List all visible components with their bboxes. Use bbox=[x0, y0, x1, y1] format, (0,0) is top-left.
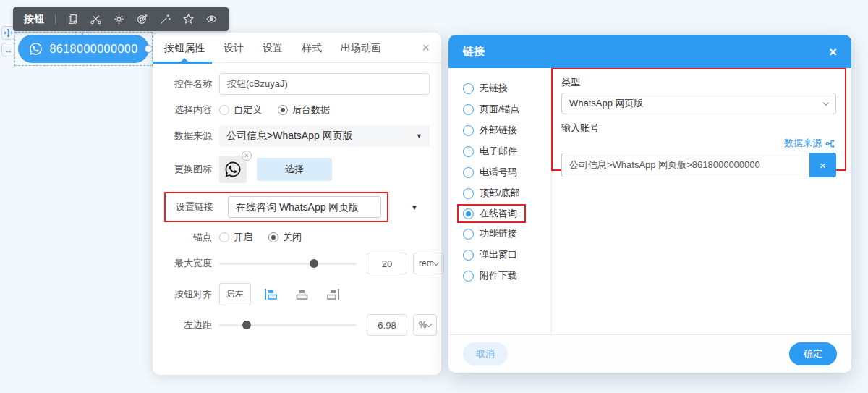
tab-design[interactable]: 设计 bbox=[224, 33, 244, 63]
set-link-label: 设置链接 bbox=[166, 200, 213, 214]
radio-circle-icon bbox=[463, 188, 474, 199]
dialog-close-icon[interactable]: × bbox=[829, 45, 837, 59]
account-input[interactable] bbox=[561, 153, 809, 177]
align-mode-button[interactable]: 居左 bbox=[219, 283, 251, 305]
max-width-slider[interactable] bbox=[219, 263, 357, 265]
whatsapp-button-label: 8618000000000 bbox=[49, 43, 137, 56]
caret-down-icon: ▼ bbox=[416, 132, 422, 140]
link-option-phone[interactable]: 电话号码 bbox=[463, 165, 551, 179]
data-source-link[interactable]: 数据来源 bbox=[561, 137, 836, 150]
control-name-label: 控件名称 bbox=[164, 77, 212, 90]
whatsapp-icon bbox=[224, 161, 242, 178]
max-width-unit-value: rem bbox=[419, 258, 434, 269]
radio-anchor-off[interactable]: 关闭 bbox=[268, 231, 302, 244]
star-icon[interactable] bbox=[182, 13, 195, 25]
left-margin-slider[interactable] bbox=[219, 324, 357, 326]
remove-icon-badge[interactable]: × bbox=[242, 151, 252, 161]
link-option-label: 功能链接 bbox=[480, 227, 517, 240]
whatsapp-icon bbox=[29, 42, 43, 56]
radio-circle-icon bbox=[463, 146, 474, 157]
radio-circle-icon bbox=[463, 83, 474, 94]
panel-tab-bar: 按钮属性 设计 设置 样式 出场动画 × bbox=[153, 33, 441, 63]
link-option-external[interactable]: 外部链接 bbox=[463, 123, 551, 138]
toolbar-title: 按钮 bbox=[24, 13, 44, 26]
link-option-attachment[interactable]: 附件下载 bbox=[463, 269, 551, 283]
tab-entrance-animation[interactable]: 出场动画 bbox=[341, 33, 381, 63]
link-option-function[interactable]: 功能链接 bbox=[463, 227, 551, 241]
account-input-group: × bbox=[561, 153, 836, 177]
max-width-slider-knob[interactable] bbox=[310, 259, 318, 268]
link-option-label: 电子邮件 bbox=[480, 145, 517, 158]
resize-dot-handle[interactable] bbox=[145, 45, 153, 53]
radio-circle-selected-icon bbox=[463, 208, 474, 219]
tab-button-properties[interactable]: 按钮属性 bbox=[164, 33, 205, 63]
current-icon-thumbnail[interactable]: × bbox=[219, 156, 247, 183]
tab-settings[interactable]: 设置 bbox=[263, 33, 283, 63]
link-option-label: 顶部/底部 bbox=[480, 187, 520, 200]
left-margin-row: 左边距 % bbox=[164, 314, 430, 336]
radio-custom-label: 自定义 bbox=[234, 103, 262, 117]
radio-backend-data[interactable]: 后台数据 bbox=[278, 103, 330, 117]
align-center-icon[interactable] bbox=[294, 288, 310, 300]
palette-icon[interactable] bbox=[136, 13, 148, 25]
tab-style[interactable]: 样式 bbox=[302, 33, 322, 63]
link-option-email[interactable]: 电子邮件 bbox=[463, 144, 551, 159]
radio-custom[interactable]: 自定义 bbox=[219, 103, 262, 117]
link-option-label: 外部链接 bbox=[480, 124, 517, 137]
link-option-top-bottom[interactable]: 顶部/底部 bbox=[463, 186, 551, 200]
caret-down-icon[interactable]: ▼ bbox=[411, 203, 430, 211]
type-label: 类型 bbox=[561, 76, 836, 89]
link-option-online-consult[interactable]: 在线咨询 bbox=[457, 204, 526, 223]
align-right-icon[interactable] bbox=[323, 288, 340, 300]
link-option-label: 弹出窗口 bbox=[480, 248, 517, 261]
horizontal-resize-handle-icon[interactable]: ↔ bbox=[1, 43, 15, 56]
link-option-page-anchor[interactable]: 页面/锚点 bbox=[463, 102, 551, 117]
editor-canvas: 按钮 8618000000000 ↔ ↓ bbox=[0, 0, 868, 393]
chevron-down-icon bbox=[433, 259, 438, 265]
control-name-input[interactable] bbox=[219, 73, 430, 95]
left-margin-unit-select[interactable]: % bbox=[413, 314, 437, 336]
align-left-icon[interactable] bbox=[264, 288, 281, 300]
panel-close-icon[interactable]: × bbox=[422, 41, 430, 54]
anchor-row: 锚点 开启 关闭 bbox=[164, 231, 430, 244]
magic-wand-icon[interactable] bbox=[159, 13, 171, 25]
radio-circle-icon bbox=[463, 125, 474, 136]
link-dialog-title: 链接 bbox=[463, 45, 485, 59]
chevron-down-icon bbox=[823, 99, 829, 105]
data-source-select[interactable]: 公司信息>WhatsApp 网页版 ▼ bbox=[219, 125, 430, 147]
cut-icon[interactable] bbox=[90, 13, 102, 25]
max-width-input[interactable] bbox=[367, 253, 407, 274]
left-margin-unit-value: % bbox=[419, 320, 427, 330]
link-option-popup[interactable]: 弹出窗口 bbox=[463, 248, 551, 262]
control-name-row: 控件名称 bbox=[164, 73, 430, 95]
cancel-button[interactable]: 取消 bbox=[463, 342, 508, 365]
link-detail-highlight-box: 类型 WhatsApp 网页版 输入账号 数据来源 × bbox=[551, 68, 846, 171]
link-option-none[interactable]: 无链接 bbox=[463, 81, 551, 96]
link-dialog-header: 链接 × bbox=[448, 35, 851, 68]
data-source-value: 公司信息>WhatsApp 网页版 bbox=[226, 130, 353, 143]
radio-circle-icon bbox=[219, 232, 229, 242]
link-option-label: 页面/锚点 bbox=[480, 103, 520, 116]
confirm-button[interactable]: 确定 bbox=[789, 342, 837, 365]
data-source-link-label: 数据来源 bbox=[784, 137, 822, 150]
copy-icon[interactable] bbox=[67, 13, 79, 25]
button-properties-panel: 按钮属性 设计 设置 样式 出场动画 × 控件名称 选择内容 自定义 bbox=[153, 33, 441, 375]
whatsapp-button[interactable]: 8618000000000 bbox=[18, 35, 149, 63]
max-width-unit-select[interactable]: rem bbox=[413, 253, 444, 274]
eye-icon[interactable] bbox=[205, 13, 218, 25]
left-margin-input[interactable] bbox=[367, 314, 407, 336]
set-link-select[interactable]: 在线咨询 WhatsApp 网页版 bbox=[228, 196, 381, 218]
type-select[interactable]: WhatsApp 网页版 bbox=[561, 93, 836, 114]
left-margin-slider-knob[interactable] bbox=[242, 321, 251, 329]
radio-anchor-on[interactable]: 开启 bbox=[219, 231, 252, 244]
gear-icon[interactable] bbox=[113, 13, 125, 25]
choose-icon-button[interactable]: 选择 bbox=[257, 158, 332, 181]
content-choice-label: 选择内容 bbox=[164, 103, 212, 117]
set-link-row: 设置链接 在线咨询 WhatsApp 网页版 ▼ bbox=[164, 192, 430, 222]
link-option-label: 电话号码 bbox=[480, 166, 517, 179]
clear-account-button[interactable]: × bbox=[809, 153, 836, 177]
radio-backend-data-label: 后台数据 bbox=[292, 103, 330, 117]
change-icon-label: 更换图标 bbox=[164, 163, 212, 176]
max-width-label: 最大宽度 bbox=[164, 257, 212, 270]
button-align-row: 按钮对齐 居左 bbox=[164, 283, 430, 305]
